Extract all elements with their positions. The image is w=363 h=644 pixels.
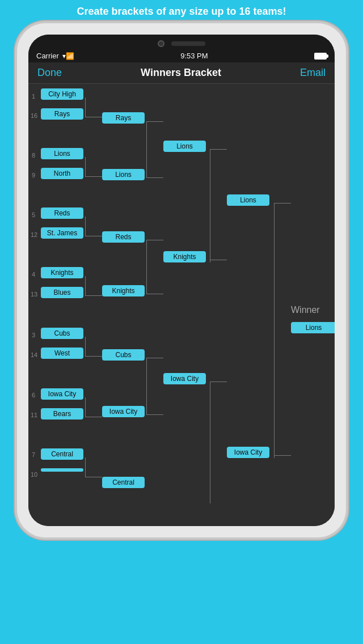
- conn-h-r3-iowacity: [210, 382, 227, 382]
- bracket-container: 1 16 8 9 5 12 4 13 3 14 6 11 7 10 City H…: [28, 84, 335, 526]
- team-city-high[interactable]: City High: [41, 88, 83, 100]
- camera: [158, 40, 164, 47]
- team-knights-r1[interactable]: Knights: [41, 267, 83, 278]
- team-reds-r2[interactable]: Reds: [102, 231, 145, 243]
- phone-inner: Carrier ▾📶 9:53 PM Done Winners Bracket …: [28, 35, 335, 526]
- team-stjames[interactable]: St. James: [41, 227, 83, 239]
- conn-v-r4: [274, 203, 275, 458]
- conn-v-r2-mid: [146, 240, 147, 294]
- conn-h-r4-iowacity: [274, 455, 291, 456]
- conn-v-4-13: [85, 276, 86, 296]
- team-cubs-r1[interactable]: Cubs: [41, 328, 83, 339]
- wifi-icon: ▾📶: [62, 52, 74, 60]
- conn-h-1: [85, 117, 102, 117]
- conn-v-r3-bot: [210, 382, 210, 503]
- conn-h-r2-knights: [146, 294, 163, 294]
- team-r1-14[interactable]: [41, 468, 83, 472]
- team-cubs-r2[interactable]: Cubs: [102, 349, 145, 361]
- seed-12: 12: [31, 231, 37, 238]
- team-iowacity-r2[interactable]: Iowa City: [102, 406, 145, 417]
- battery-fill: [315, 54, 326, 58]
- nav-title: Winners Bracket: [141, 67, 221, 79]
- conn-v-r2-bot: [146, 358, 147, 414]
- team-west[interactable]: West: [41, 348, 83, 359]
- speaker: [171, 41, 205, 46]
- conn-v-7-10: [85, 457, 86, 477]
- conn-h-7: [85, 477, 102, 477]
- battery-icon: [314, 53, 327, 60]
- conn-h-3: [85, 356, 102, 357]
- seed-10: 10: [31, 471, 37, 478]
- seed-8: 8: [32, 152, 35, 159]
- team-iowacity-r3[interactable]: Iowa City: [163, 373, 206, 384]
- seed-5: 5: [32, 211, 35, 218]
- conn-h-4: [85, 295, 102, 296]
- seed-16: 16: [31, 112, 37, 119]
- team-lions-winner[interactable]: Lions: [291, 322, 335, 333]
- done-button[interactable]: Done: [37, 67, 62, 79]
- conn-v-5-12: [85, 217, 86, 236]
- team-iowacity-r4[interactable]: Iowa City: [227, 447, 269, 458]
- seed-7: 7: [32, 451, 35, 458]
- team-rays-r1[interactable]: Rays: [41, 108, 83, 120]
- status-bar: Carrier ▾📶 9:53 PM: [28, 50, 335, 62]
- phone-outer: Carrier ▾📶 9:53 PM Done Winners Bracket …: [17, 23, 346, 537]
- seed-11: 11: [31, 412, 37, 418]
- phone-notch-area: [28, 35, 335, 50]
- seed-3: 3: [32, 332, 35, 338]
- carrier-label: Carrier: [36, 52, 59, 60]
- conn-v-r3-top: [210, 149, 210, 262]
- email-button[interactable]: Email: [300, 67, 326, 79]
- seed-9: 9: [32, 172, 35, 179]
- team-iowacity-r1[interactable]: Iowa City: [41, 388, 83, 400]
- conn-h-r3-lions: [210, 149, 227, 150]
- top-banner: Create brackets of any size up to 16 tea…: [0, 0, 363, 23]
- conn-h-r2-rays: [146, 121, 163, 122]
- winner-label: Winner: [291, 305, 320, 315]
- team-bears[interactable]: Bears: [41, 408, 83, 420]
- conn-h-r4-lions: [274, 203, 291, 204]
- team-lions-r4[interactable]: Lions: [227, 194, 269, 206]
- team-lions-r3[interactable]: Lions: [163, 141, 206, 152]
- conn-v-3-14: [85, 337, 86, 357]
- time-label: 9:53 PM: [180, 52, 208, 60]
- seed-6: 6: [32, 392, 35, 399]
- conn-v-1-16: [85, 98, 86, 117]
- conn-h-r3-knights: [210, 260, 227, 260]
- team-reds-r1[interactable]: Reds: [41, 207, 83, 219]
- team-lions-r2[interactable]: Lions: [102, 169, 145, 180]
- team-blues[interactable]: Blues: [41, 287, 83, 298]
- conn-h-r2-cubs: [146, 358, 163, 358]
- team-rays-r2[interactable]: Rays: [102, 112, 145, 124]
- team-central-r1[interactable]: Central: [41, 448, 83, 460]
- conn-h-r2-reds: [146, 240, 163, 240]
- conn-h-8: [85, 176, 102, 177]
- conn-h-6: [85, 417, 102, 417]
- conn-v-r2-top: [146, 121, 147, 178]
- team-lions-r1[interactable]: Lions: [41, 148, 83, 159]
- conn-h-5: [85, 236, 102, 236]
- team-north[interactable]: North: [41, 168, 83, 179]
- seed-13: 13: [31, 291, 37, 298]
- conn-v-6-11: [85, 397, 86, 417]
- team-central-r2[interactable]: Central: [102, 477, 145, 488]
- team-knights-r2[interactable]: Knights: [102, 285, 145, 296]
- conn-v-8-9: [85, 157, 86, 177]
- seed-14: 14: [31, 351, 37, 358]
- team-knights-r3[interactable]: Knights: [163, 251, 206, 262]
- seed-4: 4: [32, 271, 35, 278]
- seed-1: 1: [32, 93, 35, 100]
- nav-bar: Done Winners Bracket Email: [28, 62, 335, 84]
- conn-h-r2-lions2: [146, 177, 163, 178]
- conn-h-r2-iowacity2: [146, 414, 163, 415]
